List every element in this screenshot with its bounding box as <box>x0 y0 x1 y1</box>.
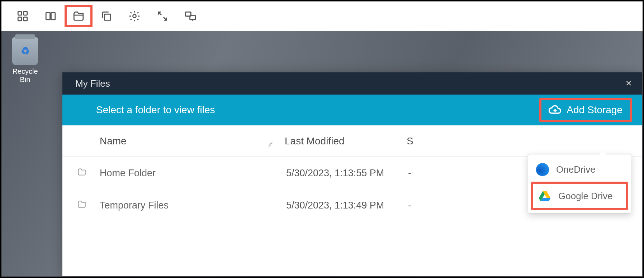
row-size: - <box>408 168 451 179</box>
add-storage-dropdown: OneDrive Google Drive <box>528 154 631 214</box>
dropdown-label: Google Drive <box>558 191 613 202</box>
folder-icon <box>74 167 90 179</box>
col-modified[interactable]: ⁄⁄ Last Modified <box>285 135 407 147</box>
row-name: Temporary Files <box>90 200 286 211</box>
banner-text: Select a folder to view files <box>96 104 215 116</box>
add-storage-label: Add Storage <box>567 104 622 116</box>
close-icon[interactable]: ✕ <box>625 79 632 88</box>
onedrive-icon <box>536 163 549 176</box>
window-title: My Files <box>75 78 110 89</box>
svg-rect-5 <box>51 13 55 20</box>
svg-rect-3 <box>24 17 27 21</box>
gear-icon[interactable] <box>120 5 148 27</box>
dropdown-item-onedrive[interactable]: OneDrive <box>531 157 628 182</box>
svg-rect-2 <box>18 17 22 21</box>
recycle-bin-label: Recycle Bin <box>7 67 43 84</box>
svg-rect-6 <box>104 14 110 20</box>
window-titlebar: My Files ✕ <box>62 72 642 95</box>
dropdown-label: OneDrive <box>556 164 596 175</box>
column-resize-icon[interactable]: ⁄⁄ <box>270 141 272 148</box>
recycle-bin[interactable]: ♻ Recycle Bin <box>7 37 43 84</box>
desktop-area: ♻ Recycle Bin My Files ✕ Select a folder… <box>1 31 643 277</box>
row-name: Home Folder <box>90 168 286 179</box>
row-size: - <box>408 200 451 211</box>
my-files-window: My Files ✕ Select a folder to view files… <box>62 72 642 276</box>
google-drive-icon <box>538 190 551 202</box>
row-modified: 5/30/2023, 1:13:55 PM <box>286 168 408 179</box>
banner-bar: Select a folder to view files Add Storag… <box>62 95 642 125</box>
folder-icon <box>74 200 90 211</box>
fullscreen-icon[interactable] <box>148 5 176 27</box>
top-toolbar <box>1 1 643 31</box>
col-size[interactable]: S <box>407 135 450 147</box>
add-storage-button[interactable]: Add Storage <box>539 98 632 122</box>
windows-icon[interactable] <box>37 5 65 27</box>
svg-rect-1 <box>24 11 27 15</box>
copy-icon[interactable] <box>93 5 120 27</box>
recycle-bin-icon: ♻ <box>12 37 38 65</box>
dropdown-item-google-drive[interactable]: Google Drive <box>531 182 628 210</box>
svg-point-7 <box>133 14 136 18</box>
cloud-plus-icon <box>549 104 562 116</box>
col-name[interactable]: Name <box>62 135 285 147</box>
folder-open-icon[interactable] <box>65 5 93 27</box>
displays-icon[interactable] <box>176 5 204 27</box>
svg-rect-0 <box>18 11 22 15</box>
row-modified: 5/30/2023, 1:13:49 PM <box>286 200 408 211</box>
apps-icon[interactable] <box>9 5 37 27</box>
table-header: Name ⁄⁄ Last Modified S <box>62 125 642 157</box>
svg-rect-4 <box>46 13 50 20</box>
